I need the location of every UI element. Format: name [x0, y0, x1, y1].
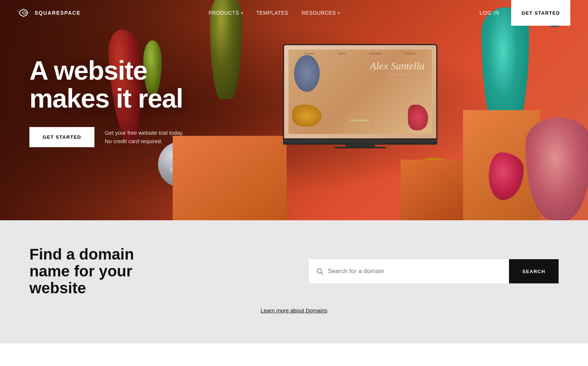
domain-inner: Find a domain name for your website SEAR…: [29, 246, 559, 297]
hero-get-started-button[interactable]: GET STARTED: [29, 127, 94, 147]
laptop-foot: [334, 147, 386, 148]
nav-templates[interactable]: TEMPLATES: [256, 10, 288, 16]
nav-resources[interactable]: RESOURCES ▾: [301, 10, 340, 16]
logo-icon: [18, 6, 31, 19]
hero-title: A website makes it real: [29, 57, 213, 112]
navbar: SQUARESPACE PRODUCTS ▾ TEMPLATES RESOURC…: [0, 0, 588, 26]
brand-name: SQUARESPACE: [35, 10, 81, 16]
hero-subtext: Get your free website trial today. No cr…: [105, 129, 186, 145]
domain-section: Find a domain name for your website SEAR…: [0, 220, 588, 343]
nav-right: LOG IN GET STARTED: [468, 0, 570, 26]
login-button[interactable]: LOG IN: [468, 10, 511, 16]
orange-box-small: [401, 160, 463, 220]
screen-blob-red: [408, 105, 428, 130]
domain-search-row: SEARCH: [309, 259, 559, 283]
domain-search-button[interactable]: SEARCH: [509, 259, 559, 283]
nav-products[interactable]: PRODUCTS ▾: [209, 10, 243, 16]
screen-title: Alex Santella GLASS ARTIST: [370, 61, 424, 76]
domain-learn-row: Learn more about Domains: [261, 307, 327, 314]
laptop-screen-content: GALLERYABOUTDISCOVERCONTACT Alex Santell…: [288, 50, 432, 134]
logo-link[interactable]: SQUARESPACE: [18, 6, 81, 19]
domain-learn-more-link[interactable]: Learn more about Domains: [261, 307, 327, 314]
hero-cta-row: GET STARTED Get your free website trial …: [29, 127, 213, 147]
domain-search-area: SEARCH: [309, 259, 559, 283]
search-icon: [316, 268, 323, 275]
laptop: GALLERYABOUTDISCOVERCONTACT Alex Santell…: [283, 44, 437, 148]
svg-line-2: [321, 273, 323, 275]
domain-search-input-wrap: [309, 259, 509, 283]
domain-search-input[interactable]: [328, 268, 502, 275]
orange-box-main: [173, 136, 287, 220]
nav-center: PRODUCTS ▾ TEMPLATES RESOURCES ▾: [209, 10, 340, 16]
laptop-screen: GALLERYABOUTDISCOVERCONTACT Alex Santell…: [283, 44, 437, 139]
svg-rect-0: [18, 6, 31, 19]
nav-get-started-button[interactable]: GET STARTED: [511, 0, 570, 26]
hero-section: GALLERYABOUTDISCOVERCONTACT Alex Santell…: [0, 0, 588, 220]
chevron-down-icon: ▾: [241, 11, 243, 15]
hero-content: A website makes it real GET STARTED Get …: [29, 57, 213, 147]
screen-discover-btn: DISCOVER MORE: [347, 118, 373, 123]
chevron-down-icon-2: ▾: [338, 11, 340, 15]
laptop-base: [283, 139, 437, 145]
screen-blob-blue: [294, 55, 320, 92]
screen-blob-amber: [292, 105, 322, 127]
domain-title: Find a domain name for your website: [29, 246, 154, 297]
